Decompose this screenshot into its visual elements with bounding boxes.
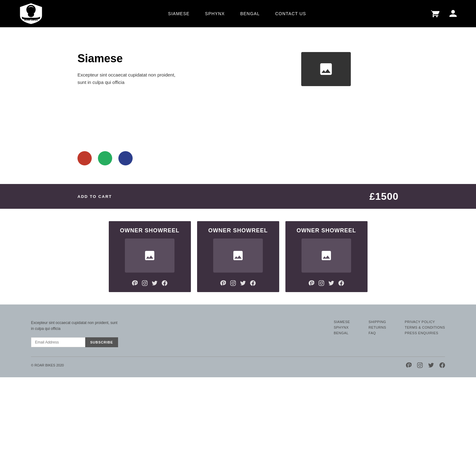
nav-contact[interactable]: CONTACT US bbox=[275, 11, 306, 16]
footer-link-shipping[interactable]: SHIPPING bbox=[368, 320, 386, 324]
pinterest-icon-3[interactable] bbox=[309, 280, 314, 286]
nav-siamese[interactable]: SIAMESE bbox=[168, 11, 189, 16]
showreel-image-1 bbox=[125, 239, 174, 273]
showreel-image-icon-3 bbox=[319, 249, 334, 262]
product-title: Siamese bbox=[77, 52, 223, 65]
image-icon bbox=[317, 61, 335, 77]
cart-icon[interactable] bbox=[431, 9, 439, 18]
pinterest-icon-2[interactable] bbox=[220, 280, 226, 286]
user-icon[interactable] bbox=[449, 9, 457, 18]
add-to-cart-button[interactable]: ADD TO CART bbox=[77, 194, 112, 199]
pinterest-icon-1[interactable] bbox=[132, 280, 138, 286]
facebook-icon-1[interactable] bbox=[162, 280, 167, 286]
footer-bottom: © ROAR BIKES 2020 bbox=[31, 357, 445, 368]
footer-top: Excepteur sint occaecat cupidatat non pr… bbox=[31, 320, 445, 347]
footer-instagram-icon[interactable] bbox=[417, 362, 423, 368]
showreel-section: OWNER SHOWREEL OWNER SHOWREEL bbox=[0, 209, 476, 304]
footer-social bbox=[406, 362, 445, 368]
showreel-social-1 bbox=[132, 280, 167, 286]
product-section: Siamese Excepteur sint occaecat cupidata… bbox=[0, 27, 476, 145]
showreel-card-1: OWNER SHOWREEL bbox=[109, 221, 191, 292]
footer-link-siamese[interactable]: SIAMESE bbox=[334, 320, 350, 324]
footer-col-support: SHIPPING RETURNS FAQ bbox=[368, 320, 386, 335]
footer-link-sphynx[interactable]: SPHYNX bbox=[334, 326, 350, 329]
header-icons bbox=[431, 9, 457, 18]
footer-link-terms[interactable]: TERMS & CONDITIONS bbox=[405, 326, 445, 329]
instagram-icon-1[interactable] bbox=[142, 280, 148, 286]
nav-sphynx[interactable]: SPHYNX bbox=[205, 11, 225, 16]
color-swatch-red[interactable] bbox=[77, 151, 92, 165]
copyright: © ROAR BIKES 2020 bbox=[31, 363, 64, 367]
footer-description: Excepteur sint occaecat cupidatat non pr… bbox=[31, 320, 118, 332]
footer-col-pages: SIAMESE SPHYNX BENGAL bbox=[334, 320, 350, 335]
showreel-social-2 bbox=[220, 280, 256, 286]
twitter-icon-2[interactable] bbox=[240, 280, 246, 286]
showreel-title-2: OWNER SHOWREEL bbox=[208, 227, 268, 234]
facebook-icon-3[interactable] bbox=[338, 280, 344, 286]
instagram-icon-3[interactable] bbox=[319, 280, 324, 286]
twitter-icon-3[interactable] bbox=[328, 280, 334, 286]
footer-link-returns[interactable]: RETURNS bbox=[368, 326, 386, 329]
showreel-card-3: OWNER SHOWREEL bbox=[285, 221, 368, 292]
footer-link-press[interactable]: PRESS ENQUIRIES bbox=[405, 331, 445, 335]
cart-bar: ADD TO CART £1500 bbox=[0, 184, 476, 209]
product-info: Siamese Excepteur sint occaecat cupidata… bbox=[77, 52, 223, 86]
site-footer: Excepteur sint occaecat cupidatat non pr… bbox=[0, 304, 476, 377]
footer-link-bengal[interactable]: BENGAL bbox=[334, 331, 350, 335]
showreel-image-3 bbox=[302, 239, 351, 273]
showreel-card-2: OWNER SHOWREEL bbox=[197, 221, 279, 292]
color-section bbox=[0, 145, 476, 184]
svg-point-1 bbox=[29, 7, 33, 12]
showreel-image-2 bbox=[213, 239, 263, 273]
color-swatch-blue[interactable] bbox=[118, 151, 133, 165]
nav-bengal[interactable]: BENGAL bbox=[240, 11, 260, 16]
site-header: ROAR BIKES SIAMESE SPHYNX BENGAL CONTACT… bbox=[0, 0, 476, 27]
color-swatch-green[interactable] bbox=[98, 151, 112, 165]
subscribe-form: SUBSCRIBE bbox=[31, 337, 118, 347]
product-image-placeholder bbox=[301, 52, 351, 86]
footer-pinterest-icon[interactable] bbox=[406, 362, 412, 368]
email-input[interactable] bbox=[31, 337, 85, 347]
facebook-icon-2[interactable] bbox=[250, 280, 256, 286]
showreel-title-1: OWNER SHOWREEL bbox=[120, 227, 179, 234]
footer-link-faq[interactable]: FAQ bbox=[368, 331, 386, 335]
footer-twitter-icon[interactable] bbox=[428, 362, 434, 368]
showreel-image-icon-1 bbox=[142, 249, 157, 262]
footer-facebook-icon[interactable] bbox=[439, 362, 445, 368]
product-image-area bbox=[253, 52, 399, 86]
product-price: £1500 bbox=[369, 191, 399, 202]
footer-links: SIAMESE SPHYNX BENGAL SHIPPING RETURNS F… bbox=[334, 320, 445, 335]
main-nav: SIAMESE SPHYNX BENGAL CONTACT US bbox=[168, 11, 306, 16]
product-description: Excepteur sint occaecat cupidatat non pr… bbox=[77, 71, 177, 86]
showreel-title-3: OWNER SHOWREEL bbox=[297, 227, 356, 234]
showreel-image-icon-2 bbox=[230, 249, 246, 262]
footer-link-privacy[interactable]: PRIVACY POLICY bbox=[405, 320, 445, 324]
footer-left: Excepteur sint occaecat cupidatat non pr… bbox=[31, 320, 118, 347]
logo[interactable]: ROAR BIKES bbox=[19, 3, 43, 24]
showreel-social-3 bbox=[309, 280, 344, 286]
footer-col-legal: PRIVACY POLICY TERMS & CONDITIONS PRESS … bbox=[405, 320, 445, 335]
instagram-icon-2[interactable] bbox=[230, 280, 236, 286]
subscribe-button[interactable]: SUBSCRIBE bbox=[85, 337, 118, 347]
twitter-icon-1[interactable] bbox=[152, 280, 157, 286]
